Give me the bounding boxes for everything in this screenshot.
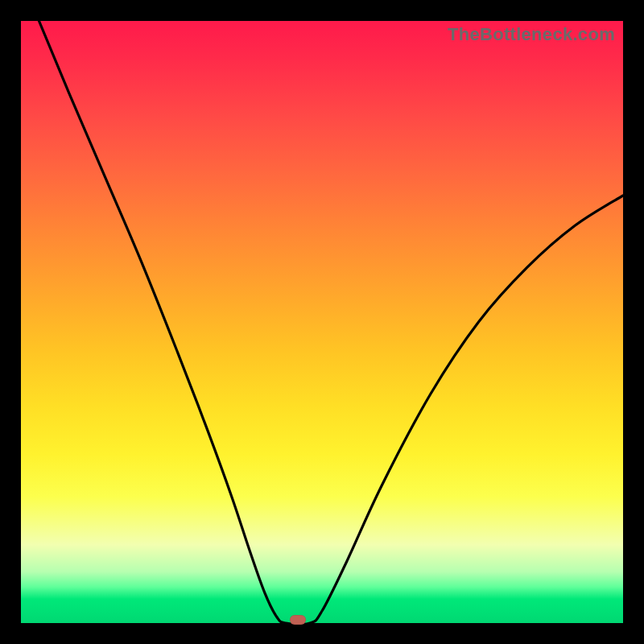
watermark-text: TheBottleneck.com: [448, 24, 615, 45]
chart-frame: TheBottleneck.com: [0, 0, 644, 644]
optimal-point-marker: [290, 615, 306, 625]
plot-area: TheBottleneck.com: [21, 21, 623, 623]
bottleneck-curve: [21, 21, 623, 623]
